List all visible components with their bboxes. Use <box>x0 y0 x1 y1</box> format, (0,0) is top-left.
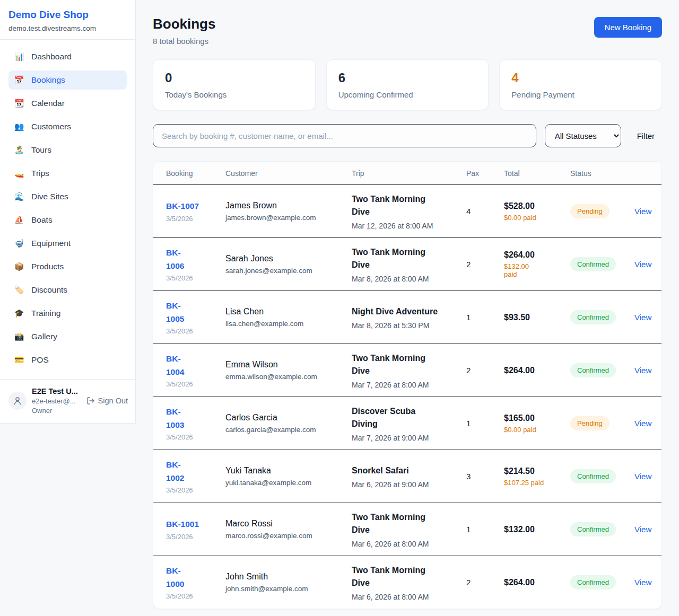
sidebar-item-boats[interactable]: ⛵ Boats <box>8 210 127 230</box>
total-amount: $93.50 <box>504 313 570 322</box>
people-icon: 👥 <box>14 122 24 131</box>
trip-datetime: Mar 6, 2026 at 8:00 AM <box>352 593 466 601</box>
main-content: Bookings 8 total bookings New Booking 0 … <box>136 0 679 616</box>
sidebar-item-bookings[interactable]: 📅 Bookings <box>8 71 127 90</box>
status-cell: Pending <box>570 204 634 218</box>
col-header-total: Total <box>504 169 570 178</box>
total-cell: $214.50 $107.25 paid <box>504 467 570 487</box>
total-amount: $132.00 <box>504 525 570 534</box>
sidebar-item-products[interactable]: 📦 Products <box>8 257 127 276</box>
actions-cell: View <box>634 472 661 481</box>
stat-value: 0 <box>165 71 303 85</box>
total-cell: $264.00 $132.00 paid <box>504 250 570 278</box>
trip-name: Two Tank Morning Dive <box>352 511 431 536</box>
trip-datetime: Mar 12, 2026 at 8:00 AM <box>352 222 466 230</box>
sidebar-item-label: Bookings <box>31 75 65 85</box>
customer-name: Sarah Jones <box>225 254 352 263</box>
pax-cell: 3 <box>466 472 504 481</box>
sidebar-item-calendar[interactable]: 📆 Calendar <box>8 94 127 113</box>
view-link[interactable]: View <box>634 525 651 534</box>
sidebar-item-dashboard[interactable]: 📊 Dashboard <box>8 47 127 66</box>
view-link[interactable]: View <box>634 260 651 269</box>
booking-id-link[interactable]: BK-1000 <box>166 565 190 590</box>
page-header: Bookings 8 total bookings New Booking <box>153 16 662 46</box>
page-title: Bookings <box>153 16 215 32</box>
customer-cell: Emma Wilson emma.wilson@example.com <box>225 360 352 381</box>
view-link[interactable]: View <box>634 578 651 587</box>
sidebar-item-pos[interactable]: 💳 POS <box>8 350 127 369</box>
speedboat-icon: 🚤 <box>14 169 24 178</box>
view-link[interactable]: View <box>634 366 651 375</box>
status-filter-select[interactable]: All Statuses <box>545 124 621 147</box>
stat-value: 6 <box>338 71 477 85</box>
search-input[interactable] <box>153 124 536 147</box>
pax-cell: 2 <box>466 366 504 375</box>
trip-cell: Snorkel Safari Mar 6, 2026 at 9:00 AM <box>352 464 466 489</box>
col-header-pax: Pax <box>466 169 504 178</box>
view-link[interactable]: View <box>634 313 651 322</box>
booking-id-link[interactable]: BK-1004 <box>166 353 190 378</box>
sidebar-item-training[interactable]: 🎓 Training <box>8 304 127 323</box>
sidebar-item-gallery[interactable]: 📸 Gallery <box>8 327 127 346</box>
customer-cell: John Smith john.smith@example.com <box>225 572 352 593</box>
booking-id-link[interactable]: BK-1001 <box>166 518 225 531</box>
sidebar-item-tours[interactable]: 🏝️ Tours <box>8 140 127 160</box>
booking-date: 3/5/2026 <box>166 433 225 441</box>
booking-id-link[interactable]: BK-1006 <box>166 247 190 272</box>
actions-cell: View <box>634 207 661 216</box>
sidebar-item-label: Dashboard <box>31 52 72 61</box>
customer-cell: Sarah Jones sarah.jones@example.com <box>225 254 352 275</box>
customer-name: James Brown <box>225 201 352 210</box>
label-tag-icon: 🏷️ <box>14 285 24 295</box>
customer-email: marco.rossi@example.com <box>225 532 352 540</box>
booking-id-link[interactable]: BK-1005 <box>166 300 190 325</box>
paid-amount: $0.00 paid <box>504 426 570 434</box>
booking-date: 3/5/2026 <box>166 380 225 388</box>
customer-email: lisa.chen@example.com <box>225 320 352 328</box>
booking-date: 3/5/2026 <box>166 215 225 223</box>
total-amount: $214.50 <box>504 467 570 476</box>
new-booking-button[interactable]: New Booking <box>594 17 662 38</box>
table-row: BK-1000 3/5/2026 John Smith john.smith@e… <box>153 556 661 609</box>
view-link[interactable]: View <box>634 472 651 481</box>
booking-id-link[interactable]: BK-1007 <box>166 200 225 213</box>
trip-cell: Discover Scuba Diving Mar 7, 2026 at 9:0… <box>352 405 466 442</box>
actions-cell: View <box>634 260 661 269</box>
table-row: BK-1004 3/5/2026 Emma Wilson emma.wilson… <box>153 344 661 397</box>
sidebar-item-customers[interactable]: 👥 Customers <box>8 117 127 136</box>
diving-mask-icon: 🤿 <box>14 239 24 248</box>
table-row: BK-1003 3/5/2026 Carlos Garcia carlos.ga… <box>153 397 661 450</box>
customer-name: Carlos Garcia <box>225 413 352 423</box>
sidebar-item-discounts[interactable]: 🏷️ Discounts <box>8 280 127 300</box>
status-badge: Confirmed <box>570 575 616 589</box>
actions-cell: View <box>634 366 661 375</box>
tear-off-calendar-icon: 📆 <box>14 99 24 108</box>
total-cell: $165.00 $0.00 paid <box>504 413 570 434</box>
sidebar-item-dive-sites[interactable]: 🌊 Dive Sites <box>8 187 127 206</box>
booking-id-link[interactable]: BK-1002 <box>166 459 190 484</box>
status-badge: Confirmed <box>570 522 616 536</box>
wave-icon: 🌊 <box>14 192 24 201</box>
sidebar-item-equipment[interactable]: 🤿 Equipment <box>8 234 127 253</box>
table-body: BK-1007 3/5/2026 James Brown james.brown… <box>153 184 661 609</box>
sidebar-item-trips[interactable]: 🚤 Trips <box>8 164 127 183</box>
trip-datetime: Mar 8, 2026 at 8:00 AM <box>352 275 466 283</box>
customer-email: sarah.jones@example.com <box>225 267 352 275</box>
trip-cell: Two Tank Morning Dive Mar 6, 2026 at 8:0… <box>352 564 466 601</box>
sign-out-button[interactable]: Sign Out <box>86 397 128 405</box>
stat-label: Today's Bookings <box>165 90 303 99</box>
status-cell: Confirmed <box>570 575 634 589</box>
booking-cell: BK-1000 3/5/2026 <box>166 565 225 600</box>
booking-id-link[interactable]: BK-1003 <box>166 406 190 431</box>
user-meta: E2E Test U... e2e-tester@... Owner <box>32 387 81 415</box>
actions-cell: View <box>634 313 661 322</box>
user-email: e2e-tester@... <box>32 397 81 405</box>
filter-button[interactable]: Filter <box>630 127 662 145</box>
status-cell: Confirmed <box>570 363 634 377</box>
view-link[interactable]: View <box>634 207 651 216</box>
booking-cell: BK-1001 3/5/2026 <box>166 518 225 540</box>
user-section: E2E Test U... e2e-tester@... Owner Sign … <box>0 379 135 423</box>
customer-name: Lisa Chen <box>225 307 352 316</box>
stat-value: 4 <box>511 71 650 85</box>
view-link[interactable]: View <box>634 419 651 428</box>
